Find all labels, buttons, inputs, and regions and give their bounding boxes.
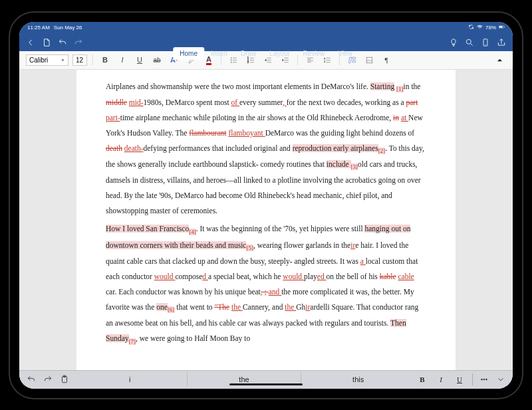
tablet-frame: 11:25 AM Sun May 26 78%: [10, 13, 522, 398]
show-marks-button[interactable]: ¶: [380, 53, 393, 66]
undo-button[interactable]: [55, 35, 70, 50]
sync-icon: [468, 24, 474, 31]
strike-button[interactable]: ab: [150, 53, 164, 66]
insert-object-button[interactable]: [362, 53, 376, 66]
kb-collapse-button[interactable]: [493, 371, 509, 387]
screen: 11:25 AM Sun May 26 78%: [19, 22, 513, 389]
tracked-highlight: Starting: [370, 82, 394, 90]
tab-home[interactable]: Home: [173, 47, 204, 60]
status-time: 11:25 AM: [27, 25, 50, 31]
comment-marker-4[interactable]: [4]: [189, 229, 196, 235]
comment-marker-7[interactable]: [7]: [129, 338, 136, 345]
lightbulb-button[interactable]: [446, 35, 461, 50]
kb-undo-button[interactable]: [23, 371, 39, 387]
tab-view[interactable]: View: [331, 47, 359, 60]
suggestion-3[interactable]: this: [301, 373, 415, 386]
status-bar: 11:25 AM Sun May 26 78%: [19, 22, 513, 34]
kb-more-button[interactable]: [476, 371, 492, 387]
paragraph-2[interactable]: How I loved San Francisco[4]. It was the…: [106, 221, 426, 347]
app-toolbar: Home Insert Draw Layout Review View: [19, 34, 513, 51]
home-indicator[interactable]: [229, 383, 303, 385]
italic-button[interactable]: I: [116, 53, 129, 66]
comment-marker-5[interactable]: [5]: [246, 245, 253, 251]
kb-italic-button[interactable]: I: [434, 375, 448, 383]
file-button[interactable]: [39, 35, 54, 50]
tab-insert[interactable]: Insert: [204, 47, 234, 60]
svg-point-15: [483, 379, 485, 380]
comment-marker-6[interactable]: [6]: [168, 306, 175, 313]
suggestion-1[interactable]: i: [73, 373, 187, 386]
svg-rect-2: [504, 27, 505, 27]
battery-icon: [499, 24, 505, 31]
ribbon-tabs: Home Insert Draw Layout Review View: [173, 47, 358, 60]
svg-point-14: [481, 379, 483, 380]
battery-pct: 78%: [485, 25, 496, 31]
font-name-select[interactable]: Calibri ▼: [26, 54, 68, 66]
ribbon-toggle-button[interactable]: [493, 53, 506, 66]
comment-marker-3[interactable]: [3]: [351, 163, 358, 170]
tracked-delete: middle: [106, 98, 127, 106]
kb-redo-button[interactable]: [40, 371, 56, 387]
svg-text:3: 3: [247, 60, 249, 63]
font-name-value: Calibri: [29, 56, 48, 64]
tracked-insert: mid-: [129, 98, 144, 106]
bold-button[interactable]: B: [98, 53, 112, 66]
back-button[interactable]: [23, 35, 38, 50]
predictive-bar: i the this B I U: [19, 370, 513, 389]
chevron-down-icon: ▼: [61, 58, 65, 62]
kb-underline-button[interactable]: U: [453, 375, 466, 383]
tab-review[interactable]: Review: [296, 47, 331, 60]
tab-layout[interactable]: Layout: [263, 47, 296, 60]
svg-point-7: [231, 62, 231, 62]
comment-marker-1[interactable]: [1]: [396, 86, 404, 92]
tab-draw[interactable]: Draw: [234, 47, 263, 60]
svg-point-6: [231, 59, 231, 60]
search-button[interactable]: [462, 35, 477, 50]
status-date: Sun May 26: [54, 25, 82, 31]
svg-point-16: [486, 379, 487, 380]
redo-button[interactable]: [71, 35, 86, 50]
font-size-value: 12: [76, 56, 83, 64]
wifi-icon: [477, 24, 483, 31]
paragraph-1[interactable]: Airplanes and showmanship were the two m…: [106, 79, 426, 219]
document-page[interactable]: Airplanes and showmanship were the two m…: [76, 70, 456, 370]
document-canvas[interactable]: Airplanes and showmanship were the two m…: [19, 70, 513, 370]
svg-rect-1: [499, 26, 503, 27]
font-size-select[interactable]: 12: [72, 54, 87, 66]
comment-marker-2[interactable]: [2]: [378, 148, 386, 154]
kb-clipboard-button[interactable]: [57, 371, 72, 387]
share-button[interactable]: [494, 35, 509, 50]
mobile-view-button[interactable]: [478, 35, 493, 50]
svg-point-3: [466, 39, 471, 44]
kb-bold-button[interactable]: B: [416, 375, 429, 383]
underline-button[interactable]: U: [133, 53, 146, 66]
svg-rect-11: [366, 57, 372, 63]
